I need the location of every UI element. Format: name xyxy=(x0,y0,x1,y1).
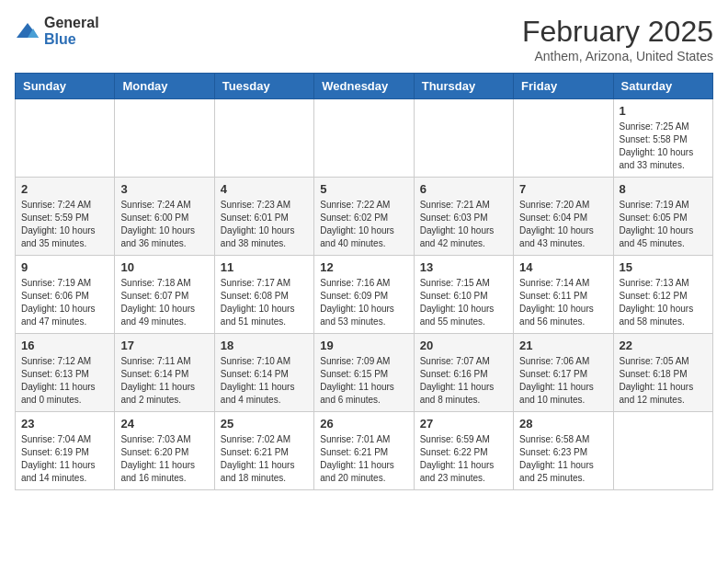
day-number: 20 xyxy=(420,339,507,352)
day-cell: 27Sunrise: 6:59 AM Sunset: 6:22 PM Dayli… xyxy=(414,412,513,490)
day-cell xyxy=(514,99,613,178)
week-row-1: 1Sunrise: 7:25 AM Sunset: 5:58 PM Daylig… xyxy=(16,99,713,178)
month-title: February 2025 xyxy=(522,15,713,49)
day-cell: 19Sunrise: 7:09 AM Sunset: 6:15 PM Dayli… xyxy=(314,334,414,412)
day-info: Sunrise: 7:12 AM Sunset: 6:13 PM Dayligh… xyxy=(21,355,108,407)
day-number: 1 xyxy=(620,104,707,118)
day-cell: 17Sunrise: 7:11 AM Sunset: 6:14 PM Dayli… xyxy=(115,334,214,412)
day-cell xyxy=(214,99,313,178)
day-cell: 1Sunrise: 7:25 AM Sunset: 5:58 PM Daylig… xyxy=(613,99,712,178)
day-info: Sunrise: 7:13 AM Sunset: 6:12 PM Dayligh… xyxy=(620,277,707,328)
day-number: 15 xyxy=(620,260,707,274)
weekday-header-row: SundayMondayTuesdayWednesdayThursdayFrid… xyxy=(16,74,713,99)
location: Anthem, Arizona, United States xyxy=(522,49,713,63)
day-cell: 16Sunrise: 7:12 AM Sunset: 6:13 PM Dayli… xyxy=(16,334,115,412)
day-info: Sunrise: 7:07 AM Sunset: 6:16 PM Dayligh… xyxy=(420,355,507,407)
day-info: Sunrise: 7:02 AM Sunset: 6:21 PM Dayligh… xyxy=(221,433,308,485)
title-block: February 2025 Anthem, Arizona, United St… xyxy=(522,15,713,63)
day-info: Sunrise: 7:19 AM Sunset: 6:06 PM Dayligh… xyxy=(21,277,108,328)
day-info: Sunrise: 7:23 AM Sunset: 6:01 PM Dayligh… xyxy=(221,199,308,250)
day-cell: 12Sunrise: 7:16 AM Sunset: 6:09 PM Dayli… xyxy=(314,256,414,334)
day-info: Sunrise: 7:16 AM Sunset: 6:09 PM Dayligh… xyxy=(320,277,407,328)
day-info: Sunrise: 7:14 AM Sunset: 6:11 PM Dayligh… xyxy=(519,277,607,328)
day-number: 26 xyxy=(320,417,407,431)
day-cell xyxy=(115,99,214,178)
weekday-header-monday: Monday xyxy=(115,74,214,99)
day-number: 25 xyxy=(221,417,308,431)
day-number: 10 xyxy=(120,260,208,274)
day-info: Sunrise: 7:24 AM Sunset: 6:00 PM Dayligh… xyxy=(120,199,208,250)
day-info: Sunrise: 7:11 AM Sunset: 6:14 PM Dayligh… xyxy=(120,355,208,407)
weekday-header-sunday: Sunday xyxy=(16,74,115,99)
day-number: 16 xyxy=(21,339,108,352)
week-row-4: 16Sunrise: 7:12 AM Sunset: 6:13 PM Dayli… xyxy=(16,334,713,412)
logo-blue: Blue xyxy=(44,31,76,47)
week-row-3: 9Sunrise: 7:19 AM Sunset: 6:06 PM Daylig… xyxy=(16,256,713,334)
day-info: Sunrise: 7:24 AM Sunset: 5:59 PM Dayligh… xyxy=(21,199,108,250)
logo-text: General Blue xyxy=(44,15,99,48)
day-cell: 2Sunrise: 7:24 AM Sunset: 5:59 PM Daylig… xyxy=(16,178,115,256)
day-info: Sunrise: 7:15 AM Sunset: 6:10 PM Dayligh… xyxy=(420,277,507,328)
day-cell: 18Sunrise: 7:10 AM Sunset: 6:14 PM Dayli… xyxy=(214,334,313,412)
day-number: 5 xyxy=(320,182,407,196)
day-cell: 23Sunrise: 7:04 AM Sunset: 6:19 PM Dayli… xyxy=(16,412,115,490)
day-info: Sunrise: 7:03 AM Sunset: 6:20 PM Dayligh… xyxy=(120,433,208,485)
day-info: Sunrise: 6:59 AM Sunset: 6:22 PM Dayligh… xyxy=(420,433,507,485)
day-cell: 25Sunrise: 7:02 AM Sunset: 6:21 PM Dayli… xyxy=(214,412,313,490)
day-number: 12 xyxy=(320,260,407,274)
logo-icon xyxy=(15,21,40,41)
day-cell: 7Sunrise: 7:20 AM Sunset: 6:04 PM Daylig… xyxy=(514,178,613,256)
day-cell: 8Sunrise: 7:19 AM Sunset: 6:05 PM Daylig… xyxy=(613,178,712,256)
day-number: 17 xyxy=(120,339,208,352)
day-cell: 24Sunrise: 7:03 AM Sunset: 6:20 PM Dayli… xyxy=(115,412,214,490)
day-number: 18 xyxy=(221,339,308,352)
day-info: Sunrise: 7:10 AM Sunset: 6:14 PM Dayligh… xyxy=(221,355,308,407)
day-cell: 20Sunrise: 7:07 AM Sunset: 6:16 PM Dayli… xyxy=(414,334,513,412)
day-info: Sunrise: 7:05 AM Sunset: 6:18 PM Dayligh… xyxy=(620,355,707,407)
day-info: Sunrise: 7:19 AM Sunset: 6:05 PM Dayligh… xyxy=(620,199,707,250)
logo: General Blue xyxy=(15,15,99,48)
page-header: General Blue February 2025 Anthem, Arizo… xyxy=(15,15,713,63)
day-number: 11 xyxy=(221,260,308,274)
day-info: Sunrise: 7:25 AM Sunset: 5:58 PM Dayligh… xyxy=(620,121,707,172)
day-cell xyxy=(314,99,414,178)
day-number: 14 xyxy=(519,260,607,274)
logo-general: General xyxy=(44,15,99,30)
day-cell: 26Sunrise: 7:01 AM Sunset: 6:21 PM Dayli… xyxy=(314,412,414,490)
day-cell: 11Sunrise: 7:17 AM Sunset: 6:08 PM Dayli… xyxy=(214,256,313,334)
day-number: 21 xyxy=(519,339,607,352)
day-info: Sunrise: 7:22 AM Sunset: 6:02 PM Dayligh… xyxy=(320,199,407,250)
day-cell: 14Sunrise: 7:14 AM Sunset: 6:11 PM Dayli… xyxy=(514,256,613,334)
day-cell: 21Sunrise: 7:06 AM Sunset: 6:17 PM Dayli… xyxy=(514,334,613,412)
day-info: Sunrise: 6:58 AM Sunset: 6:23 PM Dayligh… xyxy=(519,433,607,485)
day-info: Sunrise: 7:01 AM Sunset: 6:21 PM Dayligh… xyxy=(320,433,407,485)
week-row-5: 23Sunrise: 7:04 AM Sunset: 6:19 PM Dayli… xyxy=(16,412,713,490)
day-number: 23 xyxy=(21,417,108,431)
day-number: 7 xyxy=(519,182,607,196)
day-number: 3 xyxy=(120,182,208,196)
day-cell: 3Sunrise: 7:24 AM Sunset: 6:00 PM Daylig… xyxy=(115,178,214,256)
day-info: Sunrise: 7:04 AM Sunset: 6:19 PM Dayligh… xyxy=(21,433,108,485)
weekday-header-tuesday: Tuesday xyxy=(214,74,313,99)
day-cell: 28Sunrise: 6:58 AM Sunset: 6:23 PM Dayli… xyxy=(514,412,613,490)
day-info: Sunrise: 7:17 AM Sunset: 6:08 PM Dayligh… xyxy=(221,277,308,328)
day-cell: 9Sunrise: 7:19 AM Sunset: 6:06 PM Daylig… xyxy=(16,256,115,334)
day-number: 9 xyxy=(21,260,108,274)
day-number: 4 xyxy=(221,182,308,196)
day-number: 13 xyxy=(420,260,507,274)
day-info: Sunrise: 7:06 AM Sunset: 6:17 PM Dayligh… xyxy=(519,355,607,407)
day-number: 24 xyxy=(120,417,208,431)
day-cell: 10Sunrise: 7:18 AM Sunset: 6:07 PM Dayli… xyxy=(115,256,214,334)
day-cell xyxy=(16,99,115,178)
day-number: 6 xyxy=(420,182,507,196)
day-number: 19 xyxy=(320,339,407,352)
day-number: 27 xyxy=(420,417,507,431)
day-info: Sunrise: 7:20 AM Sunset: 6:04 PM Dayligh… xyxy=(519,199,607,250)
weekday-header-thursday: Thursday xyxy=(414,74,513,99)
day-info: Sunrise: 7:18 AM Sunset: 6:07 PM Dayligh… xyxy=(120,277,208,328)
day-cell: 15Sunrise: 7:13 AM Sunset: 6:12 PM Dayli… xyxy=(613,256,712,334)
weekday-header-wednesday: Wednesday xyxy=(314,74,414,99)
day-cell: 6Sunrise: 7:21 AM Sunset: 6:03 PM Daylig… xyxy=(414,178,513,256)
day-cell: 4Sunrise: 7:23 AM Sunset: 6:01 PM Daylig… xyxy=(214,178,313,256)
weekday-header-saturday: Saturday xyxy=(613,74,712,99)
